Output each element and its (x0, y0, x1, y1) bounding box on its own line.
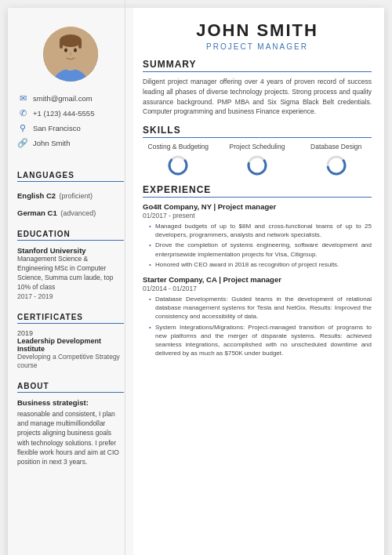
exp-role: Project manager (218, 202, 276, 211)
contact-location: ⚲ San Francisco (17, 122, 124, 133)
svg-point-4 (60, 34, 82, 47)
edu-year: 2017 - 2019 (17, 292, 124, 300)
summary-section: SUMMARY Diligent project manager offerin… (143, 59, 372, 117)
about-title: ABOUT (17, 382, 124, 393)
cert-year: 2019 (17, 329, 124, 337)
about-subtitle: Business strategist: (17, 398, 124, 407)
svg-rect-6 (78, 41, 82, 49)
list-item: 2019 Leadership Development Institute De… (17, 329, 124, 370)
skill-circle-icon (167, 154, 189, 176)
edu-degree: Management Science & Engineering MSc in … (17, 255, 124, 292)
edu-school: Stanford University (17, 246, 124, 255)
about-text: reasonable and consistent, I plan and ma… (17, 409, 124, 467)
svg-rect-5 (60, 41, 63, 49)
phone-icon: ✆ (17, 107, 28, 118)
skill-label: Database Design (310, 143, 361, 151)
avatar-wrap (17, 27, 124, 82)
exp-company: Starter Company, CA (143, 275, 217, 284)
exp-bullet: Database Developments: Guided teams in t… (149, 295, 372, 321)
linkedin-icon: 🔗 (17, 137, 28, 148)
skill-circle-icon (325, 154, 347, 176)
list-item: Costing & Budgeting (143, 143, 214, 176)
svg-point-8 (74, 49, 77, 53)
lang-name: English C2 (17, 191, 56, 200)
experience-entry: Go4It Company, NY | Project manager 01/2… (143, 202, 372, 269)
skills-section: SKILLS Costing & Budgeting Project Sched… (143, 125, 372, 176)
exp-bullet: Honored with CEO award in 2018 as recogn… (149, 260, 372, 269)
exp-bullet: System Integrations/Migrations: Project-… (149, 323, 372, 358)
column-divider (125, 0, 125, 555)
exp-company-role: Starter Company, CA | Project manager (143, 275, 372, 284)
location-value: San Francisco (33, 124, 81, 132)
exp-bullet: Drove the completion of systems engineer… (149, 241, 372, 258)
education-title: EDUCATION (17, 230, 124, 241)
exp-company: Go4It Company, NY (143, 202, 212, 211)
resume-header: JOHN SMITH PROJECT MANAGER (143, 20, 372, 51)
linkedin-value: John Smith (33, 139, 71, 147)
skill-label: Project Scheduling (230, 143, 285, 151)
email-icon: ✉ (17, 92, 28, 103)
list-item: Database Design (300, 143, 372, 176)
certificates-title: CERTIFICATES (17, 313, 124, 324)
lang-level: (advanced) (60, 209, 96, 217)
experience-entry: Starter Company, CA | Project manager 01… (143, 275, 372, 357)
experience-section: EXPERIENCE Go4It Company, NY | Project m… (143, 184, 372, 364)
exp-bullet: Managed budgets of up to $8M and cross-f… (149, 222, 372, 239)
exp-dates: 01/2017 - present (143, 212, 372, 219)
contact-linkedin: 🔗 John Smith (17, 137, 124, 148)
skill-label: Costing & Budgeting (148, 143, 209, 151)
summary-text: Diligent project manager offering over 4… (143, 77, 372, 117)
phone-value: +1 (123) 444-5555 (33, 109, 94, 118)
languages-list: English C2 (proficient) German C1 (advan… (17, 187, 124, 222)
right-column: JOHN SMITH PROJECT MANAGER SUMMARY Dilig… (133, 8, 384, 555)
cert-desc: Developing a Competitive Strategy course (17, 353, 124, 370)
list-item: Project Scheduling (222, 143, 293, 176)
cert-org: Leadership Development Institute (17, 337, 124, 353)
candidate-title: PROJECT MANAGER (143, 42, 372, 51)
contact-email: ✉ smith@gmail.com (17, 92, 124, 103)
contact-section: ✉ smith@gmail.com ✆ +1 (123) 444-5555 ⚲ … (17, 92, 124, 152)
candidate-name: JOHN SMITH (143, 20, 372, 41)
list-item: Stanford University Management Science &… (17, 246, 124, 300)
skills-title: SKILLS (143, 125, 372, 138)
education-list: Stanford University Management Science &… (17, 246, 124, 305)
exp-role: Project manager (223, 275, 281, 284)
resume-container: ✉ smith@gmail.com ✆ +1 (123) 444-5555 ⚲ … (8, 8, 384, 555)
experience-title: EXPERIENCE (143, 184, 372, 198)
list-item: German C1 (advanced) (17, 205, 124, 219)
languages-title: LANGUAGES (17, 171, 124, 182)
lang-name: German C1 (17, 209, 57, 217)
summary-title: SUMMARY (143, 59, 372, 72)
skill-circle-icon (246, 154, 268, 176)
skills-list: Costing & Budgeting Project Scheduling D… (143, 143, 372, 176)
list-item: English C2 (proficient) (17, 187, 124, 201)
exp-company-role: Go4It Company, NY | Project manager (143, 202, 372, 211)
lang-level: (proficient) (60, 192, 93, 200)
certificates-list: 2019 Leadership Development Institute De… (17, 329, 124, 374)
svg-point-7 (64, 49, 67, 53)
location-icon: ⚲ (17, 122, 28, 133)
contact-phone: ✆ +1 (123) 444-5555 (17, 107, 124, 118)
left-column: ✉ smith@gmail.com ✆ +1 (123) 444-5555 ⚲ … (8, 8, 133, 555)
exp-dates: 01/2014 - 01/2017 (143, 285, 372, 292)
email-value: smith@gmail.com (33, 94, 93, 103)
avatar (43, 27, 98, 82)
